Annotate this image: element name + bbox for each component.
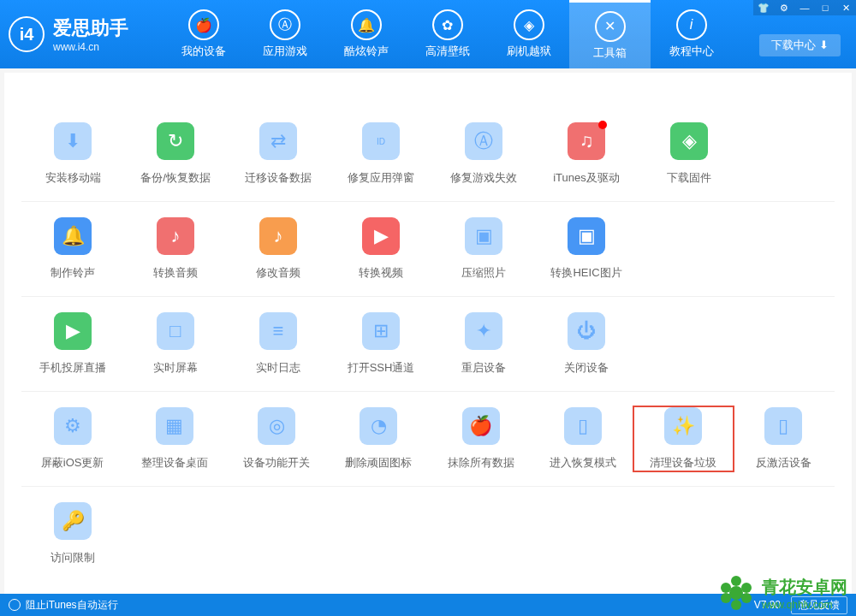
tool-erase-all-data[interactable]: 🍎 抹除所有数据 [430, 407, 532, 471]
svg-point-5 [721, 593, 731, 603]
tool-row-5: 🔑 访问限制 [21, 487, 835, 581]
tool-deactivate-device[interactable]: ▯ 反激活设备 [733, 407, 835, 471]
circle-icon [9, 599, 21, 611]
tool-access-restriction[interactable]: 🔑 访问限制 [21, 502, 124, 566]
tool-clean-device-trash[interactable]: ✨ 清理设备垃圾 [633, 406, 734, 472]
tool-realtime-screen[interactable]: □ 实时屏幕 [124, 312, 227, 376]
info-icon: i [676, 9, 707, 40]
nav-tab-my-device[interactable]: 🍎 我的设备 [163, 0, 244, 68]
nav-tab-tutorials[interactable]: i 教程中心 [651, 0, 732, 68]
toggle-icon: ◎ [258, 407, 295, 445]
nav-tab-jailbreak[interactable]: ◈ 刷机越狱 [488, 0, 569, 68]
box-icon: ◈ [514, 9, 544, 40]
app-title: 爱思助手 [53, 15, 128, 41]
tool-realtime-log[interactable]: ≡ 实时日志 [227, 312, 330, 376]
tool-compress-photo[interactable]: ▣ 压缩照片 [432, 217, 535, 281]
tool-edit-audio[interactable]: ♪ 修改音频 [227, 217, 330, 281]
download-center-button[interactable]: 下载中心 ⬇ [759, 34, 841, 56]
reboot-icon: ✦ [465, 312, 502, 350]
tool-migrate-data[interactable]: ⇄ 迁移设备数据 [227, 122, 330, 186]
phone-deactivate-icon: ▯ [764, 407, 802, 445]
tool-open-ssh[interactable]: ⊞ 打开SSH通道 [330, 312, 432, 376]
pie-icon: ◔ [360, 407, 397, 445]
tool-delete-stubborn-icons[interactable]: ◔ 删除顽固图标 [328, 407, 430, 471]
apple-erase-icon: 🍎 [462, 407, 500, 445]
flower-icon: ✿ [432, 9, 463, 40]
main-content: ⬇ 安装移动端 ↻ 备份/恢复数据 ⇄ 迁移设备数据 ID 修复应用弹窗 Ⓐ 修… [4, 73, 852, 595]
window-controls: 👕 ⚙ — □ ✕ [753, 0, 856, 15]
svg-point-0 [729, 586, 743, 600]
tool-download-firmware[interactable]: ◈ 下载固件 [638, 122, 740, 186]
itunes-block-toggle[interactable]: 阻止iTunes自动运行 [26, 598, 118, 613]
apps-icon: Ⓐ [270, 9, 300, 40]
maximize-button[interactable]: □ [815, 0, 835, 15]
gear-icon: ⚙ [54, 407, 92, 445]
phone-recovery-icon: ▯ [564, 407, 602, 445]
minimize-button[interactable]: — [794, 0, 815, 15]
tool-row-3: ▶ 手机投屏直播 □ 实时屏幕 ≡ 实时日志 ⊞ 打开SSH通道 ✦ 重启设备 … [21, 297, 835, 392]
clean-icon: ✨ [664, 407, 702, 445]
svg-point-1 [731, 576, 741, 586]
nav-tabs: 🍎 我的设备 Ⓐ 应用游戏 🔔 酷炫铃声 ✿ 高清壁纸 ◈ 刷机越狱 ✕ 工具箱… [163, 0, 732, 68]
grid-icon: ▦ [156, 407, 193, 445]
tool-convert-video[interactable]: ▶ 转换视频 [330, 217, 432, 281]
tool-install-mobile[interactable]: ⬇ 安装移动端 [21, 122, 124, 186]
app-url: www.i4.cn [53, 41, 128, 53]
monitor-icon: □ [157, 312, 194, 350]
nav-tab-ringtones[interactable]: 🔔 酷炫铃声 [325, 0, 407, 68]
logo-area: i4 爱思助手 www.i4.cn [9, 15, 128, 53]
image-icon: ▣ [465, 217, 502, 255]
download-icon: ⬇ [54, 122, 92, 160]
watermark: 青花安卓网 www.qhhlv.com [717, 574, 847, 612]
edit-audio-icon: ♪ [259, 217, 297, 255]
skin-button[interactable]: 👕 [753, 0, 774, 15]
watermark-text: 青花安卓网 www.qhhlv.com [762, 576, 847, 611]
tool-organize-desktop[interactable]: ▦ 整理设备桌面 [123, 407, 225, 471]
nav-tab-wallpapers[interactable]: ✿ 高清壁纸 [407, 0, 488, 68]
music-icon: ♫ [568, 122, 605, 160]
apple-id-icon: ID [362, 122, 400, 160]
nav-tab-toolbox[interactable]: ✕ 工具箱 [569, 0, 651, 68]
footer-left: 阻止iTunes自动运行 [9, 598, 754, 613]
tool-screen-mirror[interactable]: ▶ 手机投屏直播 [21, 312, 124, 376]
refresh-icon: ↻ [157, 122, 194, 160]
svg-point-2 [741, 583, 752, 593]
log-icon: ≡ [259, 312, 297, 350]
audio-icon: ♪ [157, 217, 194, 255]
close-button[interactable]: ✕ [835, 0, 856, 15]
tool-shutdown-device[interactable]: ⏻ 关闭设备 [535, 312, 638, 376]
svg-point-4 [731, 600, 741, 610]
bell-tool-icon: 🔔 [54, 217, 92, 255]
tools-icon: ✕ [595, 11, 626, 42]
tool-device-switches[interactable]: ◎ 设备功能开关 [226, 407, 328, 471]
watermark-logo-icon [717, 574, 755, 612]
logo-text: 爱思助手 www.i4.cn [53, 15, 128, 53]
tool-itunes-driver[interactable]: ♫ iTunes及驱动 [535, 122, 638, 186]
tool-fix-app-popup[interactable]: ID 修复应用弹窗 [330, 122, 432, 186]
cube-icon: ◈ [670, 122, 708, 160]
tool-row-2: 🔔 制作铃声 ♪ 转换音频 ♪ 修改音频 ▶ 转换视频 ▣ 压缩照片 ▣ 转换H… [21, 202, 835, 297]
svg-point-3 [741, 593, 752, 603]
tool-backup-restore[interactable]: ↻ 备份/恢复数据 [124, 122, 227, 186]
nav-tab-apps-games[interactable]: Ⓐ 应用游戏 [244, 0, 325, 68]
apple-icon: 🍎 [188, 9, 219, 40]
tool-make-ringtone[interactable]: 🔔 制作铃声 [21, 217, 124, 281]
power-icon: ⏻ [568, 312, 605, 350]
transfer-icon: ⇄ [259, 122, 297, 160]
tool-reboot-device[interactable]: ✦ 重启设备 [432, 312, 535, 376]
app-icon: Ⓐ [465, 122, 502, 160]
tool-convert-audio[interactable]: ♪ 转换音频 [124, 217, 227, 281]
tool-block-ios-update[interactable]: ⚙ 屏蔽iOS更新 [21, 407, 123, 471]
logo-icon: i4 [9, 16, 45, 52]
tool-convert-heic[interactable]: ▣ 转换HEIC图片 [535, 217, 638, 281]
settings-button[interactable]: ⚙ [774, 0, 794, 15]
play-screen-icon: ▶ [54, 312, 92, 350]
play-icon: ▶ [362, 217, 400, 255]
notification-dot-icon [598, 121, 607, 129]
tool-recovery-mode[interactable]: ▯ 进入恢复模式 [532, 407, 633, 471]
terminal-icon: ⊞ [362, 312, 400, 350]
tool-row-1: ⬇ 安装移动端 ↻ 备份/恢复数据 ⇄ 迁移设备数据 ID 修复应用弹窗 Ⓐ 修… [21, 107, 835, 202]
bell-icon: 🔔 [351, 9, 382, 40]
tool-fix-game[interactable]: Ⓐ 修复游戏失效 [432, 122, 535, 186]
key-icon: 🔑 [54, 502, 92, 540]
